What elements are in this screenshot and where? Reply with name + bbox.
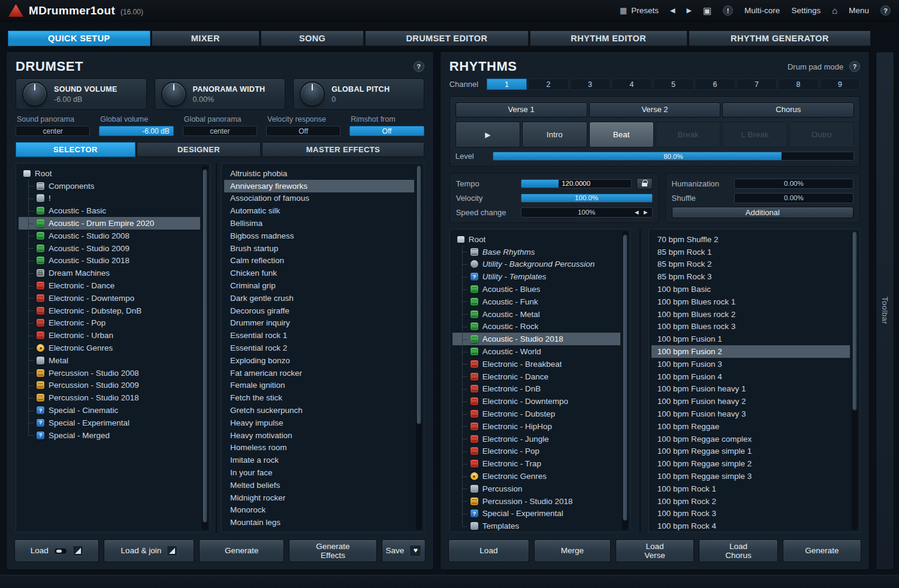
generate-button[interactable]: Generate bbox=[199, 539, 283, 562]
tab-song[interactable]: SONG bbox=[261, 31, 364, 46]
preset-mountain-legs[interactable]: Mountain legs bbox=[224, 516, 414, 529]
menu-button[interactable]: Menu bbox=[849, 6, 869, 15]
param-value[interactable]: center bbox=[183, 126, 257, 136]
channel-2[interactable]: 2 bbox=[528, 79, 569, 90]
tree-item-root[interactable]: Root bbox=[452, 233, 620, 246]
load-join-menu-icon[interactable] bbox=[167, 545, 177, 556]
preset-altruistic-phobia[interactable]: Altruistic phobia bbox=[224, 167, 414, 180]
preset-100-bpm-reggae-simple-3[interactable]: 100 bpm Reggae simple 3 bbox=[651, 470, 850, 483]
channel-9[interactable]: 9 bbox=[820, 79, 861, 90]
toolbar-strip[interactable]: Toolbar bbox=[876, 52, 894, 570]
preset-anniversary-fireworks[interactable]: Anniversary fireworks bbox=[224, 180, 414, 192]
channel-6[interactable]: 6 bbox=[695, 79, 735, 90]
merge-button[interactable]: Merge bbox=[534, 539, 611, 562]
tree-item-special-merged[interactable]: ?Special - Merged bbox=[19, 429, 200, 442]
rhythm-list-scrollbar[interactable] bbox=[852, 231, 858, 530]
preset-70-bpm-shuffle-2[interactable]: 70 bpm Shuffle 2 bbox=[651, 233, 850, 246]
tree-item-electronic-dance[interactable]: Electronic - Dance bbox=[452, 370, 620, 383]
preset-bellisima[interactable]: Bellisima bbox=[224, 217, 414, 230]
preset-imitate-a-rock[interactable]: Imitate a rock bbox=[224, 454, 414, 466]
channel-8[interactable]: 8 bbox=[778, 79, 819, 90]
part-intro[interactable]: Intro bbox=[522, 122, 587, 147]
rhythms-help-icon[interactable]: ? bbox=[849, 61, 860, 72]
tree-item-components[interactable]: Components bbox=[19, 180, 200, 192]
tree-item-acoustic-world[interactable]: Acoustic - World bbox=[452, 345, 620, 358]
preset-monorock[interactable]: Monorock bbox=[224, 504, 414, 517]
preset-brush-startup[interactable]: Brush startup bbox=[224, 242, 414, 255]
knob-control[interactable] bbox=[162, 83, 185, 105]
tree-item-electronic-dnb[interactable]: Electronic - DnB bbox=[452, 383, 620, 396]
preset-100-bpm-fusion-heavy-3[interactable]: 100 bpm Fusion heavy 3 bbox=[651, 408, 850, 420]
rhythm-splitter[interactable] bbox=[630, 229, 648, 532]
preset-100-bpm-reggae-simple-2[interactable]: 100 bpm Reggae simple 2 bbox=[651, 457, 850, 470]
level-slider[interactable]: 80.0% bbox=[493, 152, 855, 161]
tree-item-special-cinematic[interactable]: ?Special - Cinematic bbox=[19, 404, 200, 417]
tab-rhythm-generator[interactable]: RHYTHM GENERATOR bbox=[689, 31, 871, 46]
load-join-button[interactable]: Load & join bbox=[104, 539, 194, 562]
tree-item-electronic-dubstep[interactable]: Electronic - Dubstep bbox=[452, 408, 620, 420]
preset-drummer-inquiry[interactable]: Drummer inquiry bbox=[224, 317, 414, 330]
velocity-slider[interactable]: 100.0% bbox=[521, 194, 653, 203]
preset-100-bpm-rock-1[interactable]: 100 bpm Rock 1 bbox=[651, 483, 850, 495]
tree-item-acoustic-metal[interactable]: Acoustic - Metal bbox=[452, 308, 620, 321]
tree-item-acoustic-studio-2018[interactable]: Acoustic - Studio 2018 bbox=[19, 255, 200, 267]
tree-item-special-experimental[interactable]: ?Special - Experimental bbox=[19, 417, 200, 429]
preset-essential-rock-2[interactable]: Essential rock 2 bbox=[224, 342, 414, 354]
preset-association-of-famous[interactable]: Association of famous bbox=[224, 192, 414, 205]
section-verse-1[interactable]: Verse 1 bbox=[455, 102, 587, 117]
preset-85-bpm-rock-1[interactable]: 85 bpm Rock 1 bbox=[651, 246, 850, 258]
channel-4[interactable]: 4 bbox=[611, 79, 652, 90]
preset-criminal-grip[interactable]: Criminal grip bbox=[224, 279, 414, 292]
channel-7[interactable]: 7 bbox=[737, 79, 777, 90]
channel-1[interactable]: 1 bbox=[487, 79, 527, 90]
tree-item-electronic-genres[interactable]: Electronic Genres bbox=[19, 342, 200, 354]
additional-button[interactable]: Additional bbox=[672, 207, 854, 218]
drumset-list-scrollbar[interactable] bbox=[416, 165, 422, 530]
load-chorus-button[interactable]: Load Chorus bbox=[699, 539, 778, 562]
tree-item-acoustic-studio-2018[interactable]: Acoustic - Studio 2018 bbox=[452, 333, 620, 345]
panel-icon[interactable]: ▣ bbox=[703, 5, 711, 16]
tree-item-root[interactable]: Root bbox=[19, 167, 200, 180]
preset-homeless-room[interactable]: Homeless room bbox=[224, 442, 414, 454]
subtab-master-effects[interactable]: MASTER EFFECTS bbox=[262, 142, 424, 157]
previous-preset-icon[interactable]: ◀ bbox=[670, 7, 675, 14]
tab-quick-setup[interactable]: QUICK SETUP bbox=[8, 31, 150, 46]
next-preset-icon[interactable]: ▶ bbox=[686, 7, 691, 14]
preset-melted-beliefs[interactable]: Melted beliefs bbox=[224, 479, 414, 491]
tree-item-percussion-studio-2018[interactable]: Percussion - Studio 2018 bbox=[19, 391, 200, 404]
tempo-slider[interactable]: 120.0000 bbox=[521, 179, 632, 188]
preset-bigboss-madness[interactable]: Bigboss madness bbox=[224, 230, 414, 242]
scrollbar-thumb[interactable] bbox=[852, 231, 857, 411]
preset-100-bpm-basic[interactable]: 100 bpm Basic bbox=[651, 283, 850, 295]
tree-item-electronic-jungle[interactable]: Electronic - Jungle bbox=[452, 433, 620, 445]
tree-item-special-experimental[interactable]: ?Special - Experimental bbox=[452, 508, 620, 520]
preset-decorous-giraffe[interactable]: Decorous giraffe bbox=[224, 304, 414, 317]
tree-item-acoustic-funk[interactable]: Acoustic - Funk bbox=[452, 295, 620, 308]
load-menu-icon[interactable] bbox=[73, 545, 83, 556]
preset-100-bpm-reggae-complex[interactable]: 100 bpm Reggae complex bbox=[651, 433, 850, 445]
preset-100-bpm-reggae-simple-1[interactable]: 100 bpm Reggae simple 1 bbox=[651, 445, 850, 458]
settings-button[interactable]: Settings bbox=[791, 6, 820, 15]
preset-100-bpm-blues-rock-3[interactable]: 100 bpm Blues rock 3 bbox=[651, 321, 850, 333]
tab-mixer[interactable]: MIXER bbox=[152, 31, 260, 46]
tree-item-templates[interactable]: Templates bbox=[452, 520, 620, 532]
preset-exploding-bonzo[interactable]: Exploding bonzo bbox=[224, 354, 414, 367]
tree-item-electronic-downtempo[interactable]: Electronic - Downtempo bbox=[19, 292, 200, 304]
rhythm-load-button[interactable]: Load bbox=[448, 539, 529, 562]
param-value[interactable]: Off bbox=[266, 126, 340, 136]
humanization-field[interactable]: 0.00% bbox=[734, 179, 854, 189]
preset-in-your-face[interactable]: In your face bbox=[224, 466, 414, 479]
param-value[interactable]: Off bbox=[349, 126, 424, 136]
preset-essential-rock-1[interactable]: Essential rock 1 bbox=[224, 329, 414, 342]
tree-item-electronic-dubstep-dnb[interactable]: Electronic - Dubstep, DnB bbox=[19, 304, 200, 317]
preset-chicken-funk[interactable]: Chicken funk bbox=[224, 267, 414, 279]
tree-item-item[interactable]: ! bbox=[19, 192, 200, 205]
play-button[interactable]: ▶ bbox=[455, 122, 520, 147]
tree-item-percussion[interactable]: Percussion bbox=[452, 483, 620, 495]
section-verse-2[interactable]: Verse 2 bbox=[589, 102, 721, 117]
speed-increase-icon[interactable]: ▶ bbox=[644, 209, 648, 215]
preset-heavy-motivation[interactable]: Heavy motivation bbox=[224, 429, 414, 442]
preset-automatic-silk[interactable]: Automatic silk bbox=[224, 204, 414, 217]
preset-dark-gentle-crush[interactable]: Dark gentle crush bbox=[224, 292, 414, 304]
tree-item-electronic-hiphop[interactable]: Electronic - HipHop bbox=[452, 420, 620, 433]
